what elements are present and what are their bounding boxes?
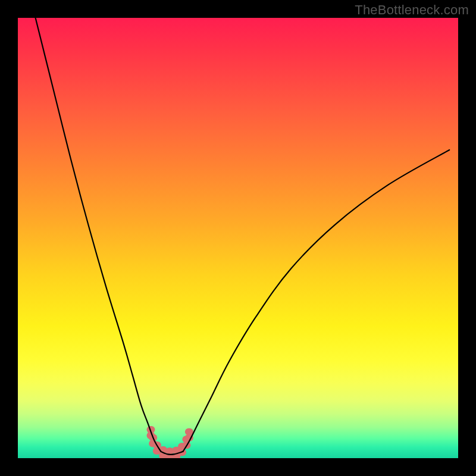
curve-right-branch <box>183 150 450 452</box>
plot-area <box>18 18 458 458</box>
watermark-text: TheBottleneck.com <box>355 2 469 18</box>
curve-left-branch <box>36 18 161 452</box>
chart-frame: TheBottleneck.com <box>0 0 476 476</box>
curve-layer <box>18 18 458 458</box>
valley-bumps <box>146 426 193 458</box>
